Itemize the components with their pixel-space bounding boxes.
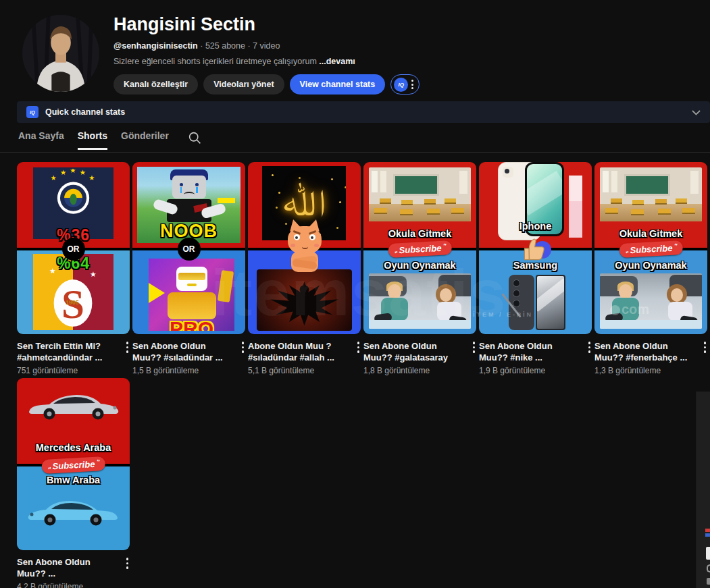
tab-posts[interactable]: Gönderiler bbox=[121, 130, 169, 150]
video-thumbnail[interactable]: Iphone Samsung bbox=[479, 162, 592, 334]
video-title[interactable]: Sen Abone Oldun Muu?? #sıladündar ... bbox=[132, 340, 226, 363]
video-card: Okula Gitmek Oyun Oynamak bbox=[594, 162, 707, 375]
kids-gaming-photo bbox=[369, 273, 471, 329]
thumb-bottom-label: Oyun Oynamak bbox=[363, 260, 476, 271]
noob-head bbox=[172, 176, 206, 198]
video-views: 1,5 B görüntüleme bbox=[132, 366, 245, 375]
thumb-bottom-half: ★★ ★★ ★ S 1905 %64 bbox=[17, 250, 130, 334]
tab-home[interactable]: Ana Sayfa bbox=[18, 130, 64, 150]
channel-actions: Kanalı özelleştir Videoları yönet View c… bbox=[113, 74, 420, 95]
video-thumbnail[interactable]: Okula Gitmek Oyun Oynamak bbox=[594, 162, 707, 334]
video-views: 751 görüntüleme bbox=[17, 366, 130, 375]
kids-gaming-photo bbox=[600, 273, 702, 329]
video-title[interactable]: Sen Abone Oldun Muu?? #fenerbahçe ... bbox=[594, 340, 688, 363]
kebab-menu-icon[interactable] bbox=[587, 340, 592, 363]
fenerbahce-logo: ★★ ★★ ★ bbox=[48, 169, 99, 217]
classroom-photo bbox=[369, 167, 471, 221]
thumb-bottom-half: PRO bbox=[132, 250, 245, 334]
video-card: ﷲ bbox=[248, 162, 361, 375]
kebab-menu-icon[interactable] bbox=[703, 340, 708, 363]
video-views: 1,9 B görüntüleme bbox=[479, 366, 592, 375]
kebab-menu-icon[interactable] bbox=[472, 340, 477, 363]
quick-channel-stats-bar[interactable]: IQ Quick channel stats bbox=[17, 101, 710, 123]
subscriber-count: 525 abone bbox=[205, 41, 245, 51]
video-thumbnail[interactable]: Okula Gitmek Oyun Oynamak bbox=[363, 162, 476, 334]
thumbs-up-emoji bbox=[522, 236, 550, 263]
kebab-menu-icon[interactable] bbox=[411, 80, 413, 89]
video-count: 7 video bbox=[253, 41, 280, 51]
samsung-phone bbox=[509, 275, 565, 331]
vidiq-extension-button[interactable]: IQ bbox=[390, 74, 420, 95]
search-icon[interactable] bbox=[188, 131, 202, 148]
video-thumbnail[interactable]: Mercedes Araba Bmw Araba "Subscribe" bbox=[17, 378, 130, 550]
svg-text:★: ★ bbox=[51, 174, 57, 182]
avatar-photo bbox=[22, 15, 99, 92]
thumb-bottom-half: Oyun Oynamak bbox=[594, 250, 707, 334]
thumb-top-label: Okula Gitmek bbox=[594, 228, 707, 239]
video-card: Iphone Samsung bbox=[479, 162, 592, 375]
video-title[interactable]: Sen Tercih Ettin Mi? #ahmetcandündar ... bbox=[17, 340, 110, 363]
or-badge: OR bbox=[178, 238, 201, 261]
video-title[interactable]: Sen Abone Oldun Muu?? #galatasaray ... bbox=[363, 340, 457, 363]
video-title[interactable]: Sen Abone Oldun Muu?? ... bbox=[17, 556, 110, 579]
video-views: 1,3 B görüntüleme bbox=[594, 366, 707, 375]
or-badge: OR bbox=[62, 238, 85, 261]
pro-label: PRO bbox=[149, 317, 234, 331]
video-title[interactable]: Abone Oldun Muu ? #sıladündar #allah ... bbox=[248, 340, 341, 363]
channel-avatar[interactable] bbox=[22, 15, 99, 92]
manage-videos-button[interactable]: Videoları yönet bbox=[203, 74, 284, 95]
kebab-menu-icon[interactable] bbox=[356, 340, 361, 363]
thumb-top-half: NOOB bbox=[132, 162, 245, 248]
video-card: Okula Gitmek Oyun Oynamak bbox=[363, 162, 476, 375]
yellow-arrow bbox=[149, 283, 165, 303]
pro-head bbox=[176, 267, 207, 291]
pro-torso bbox=[168, 292, 216, 319]
channel-meta: @senhangisinisectin · 525 abone · 7 vide… bbox=[113, 41, 420, 51]
gold-phone bbox=[218, 270, 234, 302]
video-views: 4,2 B görüntüleme bbox=[17, 582, 130, 588]
thumb-top-half: Okula Gitmek bbox=[363, 162, 476, 248]
video-title[interactable]: Sen Abone Oldun Muu?? #nike ... bbox=[479, 340, 572, 363]
video-views: 5,1 B görüntüleme bbox=[248, 366, 361, 375]
video-thumbnail[interactable]: ★★ ★★ ★ %36 ★★ ★★ ★ bbox=[17, 162, 130, 334]
kebab-menu-icon[interactable] bbox=[125, 556, 130, 579]
demon-image bbox=[257, 269, 352, 331]
video-thumbnail[interactable]: NOOB PRO OR bbox=[132, 162, 245, 334]
meta-separator: · bbox=[247, 41, 250, 51]
quick-stats-label: Quick channel stats bbox=[45, 107, 125, 117]
cutoff-side-panel bbox=[696, 392, 710, 588]
thumb-bottom-label: Bmw Araba bbox=[17, 475, 130, 485]
video-thumbnail[interactable]: ﷲ bbox=[248, 162, 361, 334]
thumb-bottom-label: Oyun Oynamak bbox=[594, 260, 707, 271]
panel-fragment bbox=[705, 533, 710, 537]
video-card: NOOB PRO OR Sen Abone Oldun Muu?? #sıla bbox=[132, 162, 245, 375]
mercedes-car bbox=[26, 386, 121, 421]
more-link[interactable]: ...devamı bbox=[319, 57, 355, 66]
customize-channel-button[interactable]: Kanalı özelleştir bbox=[113, 74, 198, 95]
shorts-grid: ★★ ★★ ★ %36 ★★ ★★ ★ bbox=[17, 162, 710, 588]
roblox-noob-image: NOOB bbox=[137, 167, 240, 243]
chevron-down-icon[interactable] bbox=[692, 106, 701, 118]
classroom-photo bbox=[600, 167, 702, 221]
channel-handle[interactable]: @senhangisinisectin bbox=[113, 41, 198, 51]
svg-text:★: ★ bbox=[88, 174, 95, 182]
channel-info: Hangisini Sectin @senhangisinisectin · 5… bbox=[113, 14, 420, 95]
svg-text:★: ★ bbox=[70, 169, 76, 174]
channel-description[interactable]: Sizlere eğlenceli shorts içerikleri üret… bbox=[113, 57, 420, 66]
bmw-car bbox=[26, 492, 120, 527]
tab-shorts[interactable]: Shorts bbox=[78, 130, 107, 150]
thumb-top-half: Mercedes Araba bbox=[17, 378, 130, 464]
kebab-menu-icon[interactable] bbox=[125, 340, 130, 363]
vidiq-icon: IQ bbox=[26, 106, 39, 118]
view-channel-stats-button[interactable]: View channel stats bbox=[290, 74, 386, 95]
kebab-menu-icon[interactable] bbox=[240, 340, 246, 363]
thumb-top-label: Mercedes Araba bbox=[17, 442, 130, 453]
video-card: ★★ ★★ ★ %36 ★★ ★★ ★ bbox=[17, 162, 130, 375]
yellow-bar bbox=[218, 198, 235, 203]
channel-tabs: Ana Sayfa Shorts Gönderiler bbox=[18, 130, 202, 150]
thumb-top-half: ★★ ★★ ★ %36 bbox=[17, 162, 130, 248]
panel-fragment bbox=[706, 547, 710, 560]
svg-text:1905: 1905 bbox=[66, 299, 79, 306]
thumb-bottom-half: Oyun Oynamak bbox=[363, 250, 476, 334]
allah-calligraphy: ﷲ bbox=[282, 182, 326, 225]
